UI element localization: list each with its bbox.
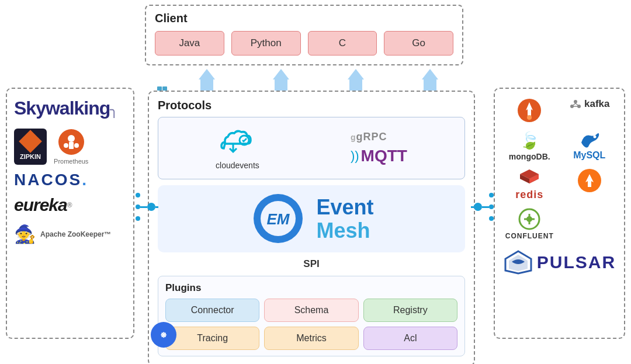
right-connector	[471, 193, 494, 221]
prometheus-logo: Prometheus	[54, 128, 88, 165]
redis-logo: redis	[502, 168, 557, 201]
circuit-large-dot	[147, 203, 155, 211]
eventmesh-name: Event Mesh	[316, 196, 373, 242]
circuit-dot-r1	[489, 193, 494, 197]
pulsar-icon	[503, 250, 533, 275]
circuit-dot-2	[136, 204, 140, 209]
svg-point-34	[526, 216, 532, 222]
zipkin-logo: ZIPKIN	[14, 129, 47, 165]
svg-text:⎈: ⎈	[161, 330, 167, 339]
svg-rect-13	[69, 142, 74, 149]
nacos-logo: NACOS.	[14, 171, 86, 189]
plugin-metrics[interactable]: Metrics	[264, 327, 358, 350]
svg-point-19	[527, 115, 532, 120]
k8s-svg: ⎈	[149, 320, 178, 349]
circuit-large-dot-r	[474, 203, 482, 211]
eureka-registered: ®	[67, 201, 72, 209]
circuit-dot-r2	[489, 204, 494, 209]
circuit-h-line	[140, 206, 147, 208]
circuit-dot-3	[136, 216, 140, 221]
svg-point-20	[574, 100, 577, 103]
circuit-dot-r3	[489, 216, 494, 221]
kafka-row: kafka	[569, 98, 609, 110]
left-sidebar: Skywalking╮ ZIPKIN Prometheus	[6, 88, 134, 339]
rocketmq2-logo	[562, 168, 618, 201]
mqtt-text: MQTT	[361, 147, 407, 165]
spi-label: SPI	[158, 258, 465, 270]
mongodb-text: mongoDB.	[509, 152, 550, 161]
pulsar-text: PULSAR	[537, 252, 616, 272]
cloudevents-text: cloudevents	[216, 161, 259, 170]
cloudevents-section: cloudevents	[216, 126, 259, 170]
kubernetes-icon: ⎈	[147, 320, 179, 351]
confluent-logo: CONFLUENT	[502, 208, 557, 240]
zookeeper-text: Apache ZooKeeper™	[40, 230, 111, 238]
python-button[interactable]: Python	[231, 31, 301, 56]
go-button[interactable]: Go	[384, 31, 453, 56]
pulsar-logo: PULSAR	[502, 247, 617, 275]
grpc-text: ggRPC	[351, 131, 387, 143]
skywalking-logo: Skywalking╮	[14, 98, 118, 119]
plugin-registry[interactable]: Registry	[363, 299, 457, 322]
mqtt-signal-icon: ))	[351, 148, 359, 164]
plugin-connector[interactable]: Connector	[165, 299, 259, 322]
grpc-mqtt-section: ggRPC )) MQTT	[351, 131, 407, 165]
mysql-logo: MySQL	[562, 131, 618, 161]
java-button[interactable]: Java	[155, 31, 224, 56]
em-event-text: Event	[316, 196, 373, 219]
svg-point-12	[68, 135, 75, 142]
svg-point-15	[74, 143, 79, 148]
circuit-h-line-r	[482, 206, 489, 208]
prometheus-icon	[57, 128, 85, 156]
kafka-logo: kafka	[562, 98, 618, 124]
confluent-text: CONFLUENT	[505, 232, 554, 240]
svg-rect-18	[528, 108, 531, 116]
eureka-text: eureka	[14, 195, 67, 214]
c-button[interactable]: C	[308, 31, 377, 56]
arrow-head-up-3	[348, 69, 364, 79]
left-circuit-branch	[136, 193, 140, 221]
client-box: Client Java Python C Go	[145, 5, 463, 65]
zookeeper-row: 🧙 Apache ZooKeeper™	[14, 224, 111, 244]
rocketmq-icon	[516, 98, 543, 124]
zipkin-diamond	[19, 130, 42, 153]
protocols-inner: cloudevents ggRPC )) MQTT	[158, 117, 465, 179]
mysql-text: MySQL	[573, 150, 605, 161]
protocols-label: Protocols	[158, 99, 465, 112]
plugins-section: Plugins Connector Schema Registry Tracin…	[158, 276, 465, 356]
plugin-schema[interactable]: Schema	[264, 299, 358, 322]
svg-point-26	[593, 136, 596, 138]
svg-line-24	[575, 103, 578, 105]
svg-rect-4	[162, 86, 167, 91]
plugin-acl[interactable]: Acl	[363, 327, 457, 350]
redis-icon	[518, 168, 540, 187]
client-label: Client	[155, 12, 453, 25]
confluent-icon	[518, 208, 540, 230]
svg-text:EM: EM	[267, 210, 290, 228]
zookeeper-icon: 🧙	[14, 224, 36, 244]
arrow-head-up-4	[422, 69, 438, 79]
mongodb-logo: 🍃 mongoDB.	[502, 131, 557, 161]
svg-rect-3	[157, 86, 162, 91]
zipkin-label: ZIPKIN	[20, 153, 41, 160]
mysql-dolphin-icon	[578, 131, 601, 148]
client-buttons: Java Python C Go	[155, 31, 453, 56]
mqtt-row: )) MQTT	[351, 147, 407, 165]
right-circuit-branch	[489, 193, 494, 221]
plugin-tracing[interactable]: Tracing	[165, 327, 259, 350]
eureka-logo: eureka®	[14, 195, 72, 215]
kafka-hexagon-icon	[569, 98, 582, 110]
redis-text: redis	[515, 189, 543, 201]
circuit-dot-1	[136, 193, 140, 197]
eventmesh-logo-svg: EM	[249, 194, 307, 244]
arrow-head-up	[199, 69, 215, 79]
zipkin-prom-row: ZIPKIN Prometheus	[14, 128, 88, 165]
eventmesh-box: EM Event Mesh	[158, 185, 465, 252]
cloudevents-icon	[217, 126, 258, 158]
circuit-connector-line	[155, 206, 158, 208]
right-sidebar: kafka 🍃 mongoDB. MySQL redis	[494, 88, 625, 339]
prometheus-text: Prometheus	[54, 158, 88, 165]
rocketmq2-icon	[577, 168, 602, 193]
mongodb-leaf-icon: 🍃	[519, 131, 540, 150]
center-box: Protocols cloudevents ggRPC )) MQTT	[148, 91, 475, 364]
